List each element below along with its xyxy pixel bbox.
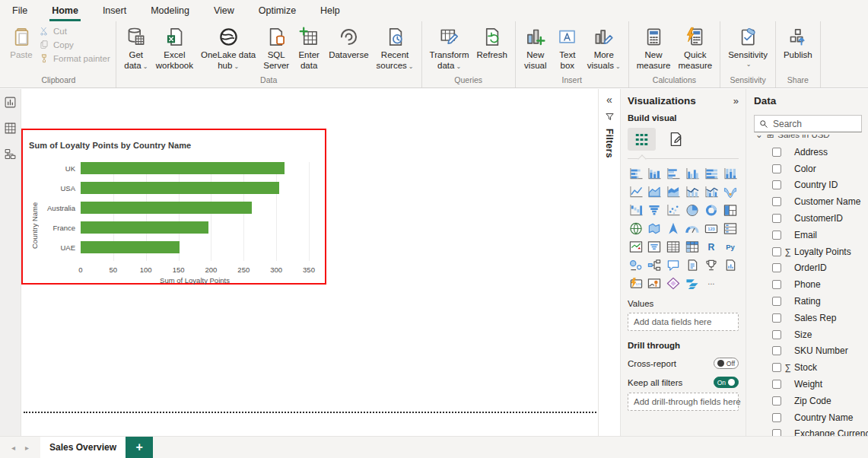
key-influencers-icon[interactable] <box>628 258 644 272</box>
filled-map-icon[interactable] <box>647 221 663 235</box>
table-expand-caret[interactable]: ⌄ <box>755 135 763 140</box>
stacked-bar-chart-icon[interactable] <box>628 167 644 180</box>
azure-map-icon[interactable] <box>666 221 682 235</box>
model-view-button[interactable] <box>4 148 17 161</box>
line-and-stacked-column-chart-icon[interactable] <box>685 185 701 199</box>
more-options-icon[interactable]: ⋯ <box>703 276 719 290</box>
field-row-country-id[interactable]: Country ID <box>754 177 868 194</box>
report-view-button[interactable] <box>4 96 17 109</box>
menu-item-view[interactable]: View <box>214 5 234 16</box>
bar-australia[interactable] <box>81 202 252 214</box>
line-chart-icon[interactable] <box>628 185 644 199</box>
power-apps-icon[interactable] <box>666 276 682 290</box>
field-row-zip-code[interactable]: Zip Code <box>754 393 868 409</box>
field-checkbox[interactable] <box>772 346 781 355</box>
field-row-orderid[interactable]: OrderID <box>754 260 868 277</box>
onelake-data-hub-button[interactable]: OneLake datahub⌄ <box>197 21 259 72</box>
report-canvas[interactable]: Sum of Loyalty Points by Country Name Co… <box>21 89 598 436</box>
paste-button[interactable]: Paste <box>5 21 37 61</box>
bar-usa[interactable] <box>81 182 279 194</box>
field-checkbox[interactable] <box>772 413 781 422</box>
field-checkbox[interactable] <box>772 280 781 289</box>
pie-chart-icon[interactable] <box>685 203 701 217</box>
field-row-weight[interactable]: Weight <box>754 376 868 393</box>
smart-narrative-icon[interactable] <box>685 258 701 272</box>
slicer-icon[interactable] <box>647 240 663 253</box>
cut-button[interactable]: Cut <box>39 26 110 37</box>
bar-uae[interactable] <box>81 241 180 253</box>
page-tab-sales-overview[interactable]: Sales Overview <box>40 437 126 458</box>
menu-item-home[interactable]: Home <box>52 5 78 16</box>
table-view-button[interactable] <box>4 122 17 135</box>
recent-sources-button[interactable]: Recentsources⌄ <box>373 21 418 72</box>
menu-item-insert[interactable]: Insert <box>103 5 126 16</box>
100-stacked-column-chart-icon[interactable] <box>722 167 738 180</box>
clustered-bar-chart-icon[interactable] <box>666 167 682 180</box>
field-row-stock[interactable]: ∑Stock <box>754 359 868 376</box>
field-row-email[interactable]: Email <box>754 227 868 243</box>
metrics-icon[interactable] <box>703 258 719 272</box>
transform-data-button[interactable]: Transformdata⌄ <box>426 21 473 72</box>
field-row-sales-rep[interactable]: Sales Rep <box>754 310 868 326</box>
scatter-chart-icon[interactable] <box>666 203 682 217</box>
copy-button[interactable]: Copy <box>39 40 110 50</box>
format-painter-button[interactable]: Format painter <box>39 53 110 64</box>
field-checkbox[interactable] <box>772 396 781 406</box>
menu-item-help[interactable]: Help <box>320 5 340 16</box>
table-icon[interactable] <box>666 240 682 253</box>
build-visual-tab[interactable] <box>628 128 656 151</box>
field-row-loyalty-points[interactable]: ∑Loyalty Points <box>754 243 868 260</box>
menu-item-optimize[interactable]: Optimize <box>259 5 296 16</box>
menu-item-modeling[interactable]: Modeling <box>151 5 189 16</box>
line-and-clustered-column-chart-icon[interactable] <box>703 185 719 199</box>
bar-france[interactable] <box>81 221 208 234</box>
funnel-chart-icon[interactable] <box>647 203 663 217</box>
field-row-color[interactable]: Color <box>754 161 868 177</box>
field-row-country-name[interactable]: Country Name <box>754 409 868 426</box>
field-checkbox[interactable] <box>772 313 781 323</box>
sensitivity-button[interactable]: Sensitivity⌄ <box>724 21 771 68</box>
kpi-icon[interactable] <box>628 240 644 253</box>
keep-all-filters-toggle[interactable]: On <box>714 377 739 388</box>
refresh-button[interactable]: Refresh <box>473 21 511 61</box>
next-page-arrow[interactable]: ▸ <box>25 444 29 452</box>
matrix-icon[interactable] <box>685 240 701 253</box>
field-row-rating[interactable]: Rating <box>754 293 868 310</box>
dataverse-button[interactable]: Dataverse <box>325 21 372 61</box>
gauge-icon[interactable] <box>685 221 701 235</box>
map-icon[interactable] <box>628 221 644 235</box>
field-row-customer-name[interactable]: Customer Name <box>754 193 868 210</box>
field-checkbox[interactable] <box>772 231 781 240</box>
more-visuals-button[interactable]: Morevisuals⌄ <box>583 21 625 72</box>
previous-page-arrow[interactable]: ◂ <box>11 444 15 452</box>
card-new-icon[interactable]: 123 <box>628 276 644 290</box>
r-script-visual-icon[interactable]: R <box>703 240 719 253</box>
collapse-visualizations-icon[interactable]: » <box>733 95 739 107</box>
excel-workbook-button[interactable]: Excelworkbook <box>152 21 197 72</box>
paginated-report-icon[interactable] <box>722 258 738 272</box>
field-checkbox[interactable] <box>772 197 781 206</box>
arcgis-map-icon[interactable] <box>647 276 663 290</box>
field-row-address[interactable]: Address <box>754 144 868 161</box>
get-data-button[interactable]: Getdata⌄ <box>120 21 152 72</box>
menu-item-file[interactable]: File <box>12 5 27 16</box>
field-row-sku-number[interactable]: SKU Number <box>754 343 868 360</box>
quick-measure-button[interactable]: Quickmeasure <box>674 21 716 72</box>
treemap-icon[interactable] <box>722 203 738 217</box>
card-icon[interactable]: 123 <box>703 221 719 235</box>
field-checkbox[interactable] <box>772 180 781 189</box>
values-field-well[interactable]: Add data fields here <box>628 313 739 331</box>
multi-row-card-icon[interactable] <box>722 221 738 235</box>
field-row-size[interactable]: Size <box>754 326 868 343</box>
field-checkbox[interactable] <box>772 380 781 389</box>
text-box-button[interactable]: Textbox <box>552 21 583 72</box>
new-measure-button[interactable]: Newmeasure <box>633 21 675 72</box>
donut-chart-icon[interactable] <box>703 203 719 217</box>
sql-server-button[interactable]: SQLServer <box>259 21 293 72</box>
q-and-a-icon[interactable] <box>666 258 682 272</box>
field-checkbox[interactable] <box>772 214 781 223</box>
field-checkbox[interactable] <box>772 148 781 157</box>
decomposition-tree-icon[interactable] <box>647 258 663 272</box>
search-input[interactable]: Search <box>754 115 862 132</box>
field-row-phone[interactable]: Phone <box>754 276 868 293</box>
